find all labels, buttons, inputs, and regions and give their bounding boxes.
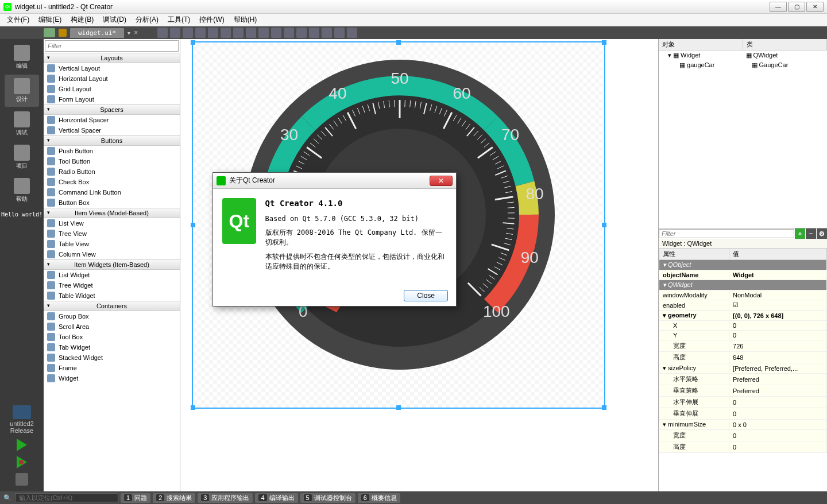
property-row[interactable]: ▾ QObject bbox=[659, 260, 827, 270]
widgetbox-category[interactable]: Item Views (Model-Based) bbox=[44, 208, 180, 218]
maximize-button[interactable]: ▢ bbox=[788, 2, 805, 12]
widgetbox-item[interactable]: Group Box bbox=[44, 311, 180, 321]
output-pane-tab[interactable]: 1问题 bbox=[121, 493, 150, 503]
property-row[interactable]: objectNameWidget bbox=[659, 270, 827, 280]
back-icon[interactable] bbox=[44, 28, 55, 37]
toolbar-button[interactable] bbox=[284, 28, 294, 38]
menu-item[interactable]: 控件(W) bbox=[195, 14, 229, 26]
dialog-close-button[interactable]: ✕ bbox=[430, 176, 453, 186]
tab-close-icon[interactable]: × bbox=[134, 29, 138, 37]
widgetbox-item[interactable]: Grid Layout bbox=[44, 84, 180, 94]
widgetbox-item[interactable]: Frame bbox=[44, 363, 180, 373]
widgetbox-item[interactable]: Tree Widget bbox=[44, 280, 180, 290]
property-editor[interactable]: + − ⚙ Widget : QWidget 属性值 ▾ QObjectobje… bbox=[659, 228, 827, 491]
menu-item[interactable]: 调试(D) bbox=[98, 14, 131, 26]
toolbar-button[interactable] bbox=[221, 28, 231, 38]
toolbar-button[interactable] bbox=[322, 28, 332, 38]
property-row[interactable]: ▾ geometry[(0, 0), 726 x 648] bbox=[659, 311, 827, 321]
menu-item[interactable]: 编辑(E) bbox=[34, 14, 66, 26]
widgetbox-item[interactable]: List View bbox=[44, 218, 180, 228]
menu-item[interactable]: 工具(T) bbox=[163, 14, 195, 26]
resize-handle[interactable] bbox=[191, 40, 195, 45]
mode-帮助[interactable]: 帮助 bbox=[5, 175, 39, 207]
widgetbox-item[interactable]: List Widget bbox=[44, 270, 180, 280]
mode-调试[interactable]: 调试 bbox=[5, 108, 39, 140]
menu-item[interactable]: 帮助(H) bbox=[229, 14, 262, 26]
locator-input[interactable] bbox=[15, 493, 118, 502]
property-row[interactable]: 高度648 bbox=[659, 352, 827, 363]
widgetbox-item[interactable]: Form Layout bbox=[44, 94, 180, 104]
close-button[interactable]: ✕ bbox=[806, 2, 824, 12]
mode-设计[interactable]: 设计 bbox=[5, 75, 39, 107]
mode-编辑[interactable]: 编辑 bbox=[5, 41, 39, 73]
toolbar-button[interactable] bbox=[334, 28, 345, 38]
resize-handle[interactable] bbox=[602, 223, 606, 227]
toolbar-button[interactable] bbox=[157, 28, 168, 38]
property-filter[interactable] bbox=[659, 229, 794, 238]
toolbar-button[interactable] bbox=[258, 28, 269, 38]
widgetbox-category[interactable]: Containers bbox=[44, 301, 180, 311]
property-menu-button[interactable]: ⚙ bbox=[817, 228, 827, 239]
menu-item[interactable]: 构建(B) bbox=[66, 14, 98, 26]
toolbar-button[interactable] bbox=[170, 28, 180, 38]
resize-handle[interactable] bbox=[396, 40, 401, 45]
property-row[interactable]: X0 bbox=[659, 321, 827, 331]
output-pane-tab[interactable]: 6概要信息 bbox=[358, 493, 400, 503]
build-button[interactable] bbox=[16, 473, 28, 486]
toolbar-button[interactable] bbox=[347, 28, 357, 38]
object-row[interactable]: ▦ gaugeCar▦ GaugeCar bbox=[659, 60, 827, 70]
resize-handle[interactable] bbox=[602, 40, 606, 45]
property-row[interactable]: 宽度0 bbox=[659, 430, 827, 441]
search-icon[interactable]: 🔍 bbox=[3, 494, 11, 502]
run-button[interactable] bbox=[17, 439, 27, 451]
toolbar-button[interactable] bbox=[208, 28, 218, 38]
widgetbox-category[interactable]: Buttons bbox=[44, 135, 180, 146]
widgetbox-item[interactable]: Push Button bbox=[44, 146, 180, 156]
add-property-button[interactable]: + bbox=[795, 228, 805, 239]
menu-item[interactable]: 文件(F) bbox=[2, 14, 34, 26]
property-row[interactable]: ▾ QWidget bbox=[659, 280, 827, 290]
object-row[interactable]: ▾ ▦ Widget▦ QWidget bbox=[659, 51, 827, 60]
dialog-titlebar[interactable]: 关于Qt Creator ✕ bbox=[213, 173, 456, 189]
widgetbox-filter[interactable] bbox=[45, 40, 179, 52]
toolbar-button[interactable] bbox=[195, 28, 206, 38]
widgetbox-item[interactable]: Widget bbox=[44, 373, 180, 383]
widgetbox-item[interactable]: Command Link Button bbox=[44, 187, 180, 197]
toolbar-button[interactable] bbox=[233, 28, 244, 38]
widgetbox-item[interactable]: Tool Box bbox=[44, 332, 180, 342]
widgetbox-item[interactable]: Stacked Widget bbox=[44, 352, 180, 363]
toolbar-button[interactable] bbox=[246, 28, 256, 38]
widgetbox-item[interactable]: Tree View bbox=[44, 228, 180, 239]
widgetbox-category[interactable]: Spacers bbox=[44, 104, 180, 115]
minimize-button[interactable]: — bbox=[770, 2, 787, 12]
property-row[interactable]: windowModalityNonModal bbox=[659, 290, 827, 300]
resize-handle[interactable] bbox=[191, 405, 195, 410]
toolbar-button[interactable] bbox=[296, 28, 307, 38]
widgetbox-category[interactable]: Item Widgets (Item-Based) bbox=[44, 259, 180, 270]
resize-handle[interactable] bbox=[396, 405, 401, 410]
widgetbox-item[interactable]: Table Widget bbox=[44, 290, 180, 301]
output-pane-tab[interactable]: 2搜索结果 bbox=[153, 493, 195, 503]
widgetbox-item[interactable]: Button Box bbox=[44, 197, 180, 208]
toolbar-button[interactable] bbox=[309, 28, 319, 38]
widgetbox-item[interactable]: Tool Button bbox=[44, 156, 180, 166]
object-inspector[interactable]: 对象 类 ▾ ▦ Widget▦ QWidget▦ gaugeCar▦ Gaug… bbox=[659, 39, 827, 228]
mode-项目[interactable]: 项目 bbox=[5, 141, 39, 173]
widgetbox-item[interactable]: Table View bbox=[44, 239, 180, 249]
output-pane-tab[interactable]: 4编译输出 bbox=[255, 493, 297, 503]
widgetbox-item[interactable]: Radio Button bbox=[44, 166, 180, 177]
property-row[interactable]: 高度0 bbox=[659, 441, 827, 453]
widgetbox-item[interactable]: Check Box bbox=[44, 177, 180, 187]
widgetbox-item[interactable]: Horizontal Spacer bbox=[44, 115, 180, 125]
widgetbox-category[interactable]: Layouts bbox=[44, 53, 180, 63]
property-row[interactable]: 宽度726 bbox=[659, 340, 827, 352]
property-row[interactable]: ▾ minimumSize0 x 0 bbox=[659, 420, 827, 430]
widgetbox-item[interactable]: Vertical Spacer bbox=[44, 125, 180, 135]
menu-item[interactable]: 分析(A) bbox=[131, 14, 163, 26]
output-pane-tab[interactable]: 3应用程序输出 bbox=[198, 493, 253, 503]
toolbar-button[interactable] bbox=[271, 28, 281, 38]
widgetbox-item[interactable]: Column View bbox=[44, 249, 180, 259]
property-row[interactable]: enabled☑ bbox=[659, 300, 827, 311]
debug-run-button[interactable] bbox=[17, 456, 27, 468]
widgetbox-item[interactable]: Horizontal Layout bbox=[44, 73, 180, 84]
